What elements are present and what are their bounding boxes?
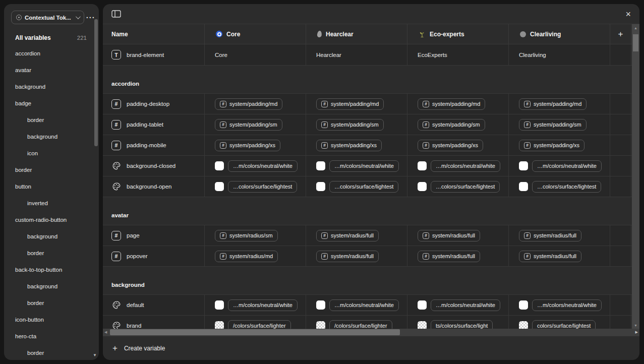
scroll-up-icon[interactable]: ▲ [632,26,639,30]
table-row[interactable]: #padding-mobile#system/padding/xs#system… [103,135,639,156]
table-row[interactable]: background-closed…m/colors/neutral/white… [103,156,639,176]
collection-selector[interactable]: Contextual Tok... [11,11,84,24]
sidebar-item-background[interactable]: background [4,128,99,145]
alias-value-pill[interactable]: …m/colors/neutral/white [532,160,602,172]
table-row[interactable]: background-open…colors/surface/lightest…… [103,176,639,197]
vertical-scrollbar-thumb[interactable] [633,34,638,51]
scroll-left-icon[interactable]: ◀ [104,330,107,334]
alias-value-pill[interactable]: colors/surface/lightest [532,320,596,329]
color-swatch[interactable] [519,161,528,170]
create-variable-button[interactable]: Create variable [124,345,165,352]
sidebar-item-inverted[interactable]: inverted [4,195,99,211]
sidebar-item-border[interactable]: border [4,344,99,360]
column-header-clearliving[interactable]: Clearliving [509,24,610,44]
sidebar-item-icon-button[interactable]: icon-button [4,311,99,328]
sidebar-item-avatar[interactable]: avatar [4,62,99,78]
alias-value-pill[interactable]: …m/colors/neutral/white [431,160,500,172]
close-icon[interactable]: × [625,10,631,19]
alias-value-pill[interactable]: /colors/surface/lighter [329,320,392,329]
sidebar-item-hero-cta[interactable]: hero-cta [4,328,99,344]
alias-value-pill[interactable]: …colors/surface/lightest [532,181,601,193]
sidebar-item-border[interactable]: border [4,111,99,128]
sidebar-item-badge[interactable]: badge [4,95,99,111]
alias-value-pill[interactable]: #system/radius/full [316,230,379,241]
sidebar-item-button[interactable]: button [4,178,99,195]
column-header-core[interactable]: Core [205,24,306,44]
sidebar-item-border[interactable]: border [4,161,99,178]
alias-value-pill[interactable]: #system/radius/full [418,230,480,241]
alias-value-pill[interactable]: /colors/surface/lighter [228,320,291,329]
alias-value-pill[interactable]: #system/radius/full [519,230,581,241]
alias-value-pill[interactable]: #system/padding/xs [418,140,483,151]
sidebar-item-background[interactable]: background [4,78,99,95]
alias-value-pill[interactable]: #system/radius/full [316,251,379,262]
all-variables-item[interactable]: All variables 221 [4,28,99,41]
alias-value-pill[interactable]: …m/colors/neutral/white [532,299,602,311]
color-swatch[interactable] [519,321,528,329]
alias-value-pill[interactable]: #system/padding/md [519,98,587,110]
column-header-eco-experts[interactable]: Eco-experts [407,24,509,44]
horizontal-scrollbar[interactable]: ◀ ▶ [103,329,639,336]
sidebar-item-border[interactable]: border [4,294,99,311]
alias-value-pill[interactable]: …colors/surface/lightest [228,181,297,193]
sidebar-scroll-down-icon[interactable]: ▼ [93,353,97,357]
alias-value-pill[interactable]: …colors/surface/lightest [431,181,500,193]
color-swatch[interactable] [519,300,528,310]
sidebar-item-back-to-top-button[interactable]: back-to-top-button [4,261,99,278]
table-row[interactable]: #padding-desktop#system/padding/md#syste… [103,94,639,114]
horizontal-scrollbar-thumb[interactable] [110,329,400,335]
sidebar-item-custom-radio-button[interactable]: custom-radio-button [4,211,99,228]
alias-value-pill[interactable]: …m/colors/neutral/white [228,160,298,172]
alias-value-pill[interactable]: #system/padding/sm [316,119,384,131]
table-row[interactable]: Tbrand-elementCoreHearclearEcoExpertsCle… [103,44,639,66]
alias-value-pill[interactable]: #system/padding/sm [418,119,485,131]
scroll-down-icon[interactable]: ▼ [632,324,639,327]
alias-value-pill[interactable]: ts/colors/surface/light [431,320,493,329]
color-swatch[interactable] [519,182,528,191]
color-swatch[interactable] [418,161,427,170]
color-swatch[interactable] [316,300,325,310]
color-swatch[interactable] [418,300,427,310]
table-row[interactable]: default…m/colors/neutral/white…m/colors/… [103,295,639,316]
color-swatch[interactable] [215,321,224,329]
alias-value-pill[interactable]: #system/padding/xs [215,140,280,151]
sidebar-item-accordion[interactable]: accordion [4,45,99,62]
table-row[interactable]: brand/colors/surface/lighter/colors/surf… [103,316,639,329]
add-mode-button[interactable]: + [610,24,631,44]
color-swatch[interactable] [316,161,325,170]
color-swatch[interactable] [418,182,427,191]
scroll-right-icon[interactable]: ▶ [635,330,638,334]
alias-value-pill[interactable]: …m/colors/neutral/white [329,299,399,311]
sidebar-item-border[interactable]: border [4,245,99,261]
color-swatch[interactable] [316,321,325,329]
vertical-scrollbar[interactable]: ▲ ▼ [632,24,639,329]
sidebar-item-background[interactable]: background [4,228,99,245]
sidebar-item-icon[interactable]: icon [4,145,99,161]
color-swatch[interactable] [215,161,224,170]
alias-value-pill[interactable]: #system/radius/md [215,251,278,262]
alias-value-pill[interactable]: #system/padding/sm [519,119,587,131]
color-swatch[interactable] [215,300,224,310]
alias-value-pill[interactable]: #system/padding/sm [215,119,282,131]
sidebar-scrollbar-thumb[interactable] [94,19,98,146]
color-swatch[interactable] [418,321,427,329]
alias-value-pill[interactable]: …colors/surface/lightest [329,181,398,193]
alias-value-pill[interactable]: #system/radius/full [519,251,581,262]
alias-value-pill[interactable]: #system/padding/md [316,98,384,110]
alias-value-pill[interactable]: #system/padding/md [215,98,282,110]
table-row[interactable]: #page#system/radius/sm#system/radius/ful… [103,225,639,246]
sidebar-item-background[interactable]: background [4,278,99,294]
alias-value-pill[interactable]: #system/padding/md [418,98,485,110]
alias-value-pill[interactable]: #system/padding/xs [519,140,584,151]
table-row[interactable]: #popover#system/radius/md#system/radius/… [103,246,639,267]
toggle-sidebar-button[interactable] [111,10,121,18]
table-row[interactable]: #padding-tablet#system/padding/sm#system… [103,114,639,135]
alias-value-pill[interactable]: …m/colors/neutral/white [431,299,500,311]
column-header-hearclear[interactable]: Hearclear [306,24,407,44]
alias-value-pill[interactable]: …m/colors/neutral/white [329,160,399,172]
color-swatch[interactable] [316,182,325,191]
alias-value-pill[interactable]: #system/radius/full [418,251,480,262]
alias-value-pill[interactable]: #system/padding/xs [316,140,382,151]
alias-value-pill[interactable]: #system/radius/sm [215,230,278,241]
alias-value-pill[interactable]: …m/colors/neutral/white [228,299,298,311]
